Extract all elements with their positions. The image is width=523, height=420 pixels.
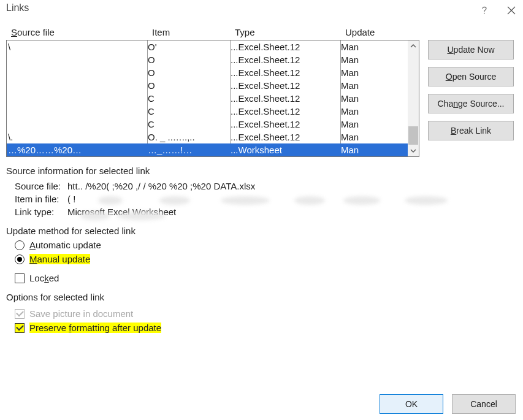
cell-item: C	[148, 118, 231, 131]
update-now-button[interactable]: Update Now	[428, 40, 514, 59]
cell-update: Man	[341, 105, 390, 118]
label-item-in-file: Item in file:	[6, 194, 67, 204]
section-method: Update method for selected link	[6, 226, 517, 236]
radio-automatic[interactable]	[15, 240, 25, 250]
svg-point-0	[484, 13, 485, 14]
cell-item: …_……!…	[148, 143, 231, 156]
scroll-down-icon[interactable]	[408, 145, 419, 156]
close-icon[interactable]	[505, 4, 518, 17]
change-source-button[interactable]: Change Source...	[428, 94, 514, 113]
table-row[interactable]: O...Excel.Sheet.12Man	[7, 66, 408, 79]
cell-item: C	[148, 105, 231, 118]
list-header: Source file Item Type Update	[6, 23, 517, 40]
table-row[interactable]: \O'...Excel.Sheet.12Man	[7, 40, 408, 53]
label-locked[interactable]: Locked	[29, 273, 59, 283]
cell-type: ...Excel.Sheet.12	[231, 118, 341, 131]
cell-source	[7, 105, 148, 118]
cell-source: \.	[7, 131, 148, 143]
cell-source: …%20……%20…	[7, 143, 148, 156]
help-icon[interactable]	[478, 4, 491, 17]
cell-source	[7, 79, 148, 92]
section-info: Source information for selected link	[6, 166, 517, 176]
table-row[interactable]: C...Excel.Sheet.12Man	[7, 118, 408, 131]
cell-update: Man	[341, 66, 390, 79]
cell-type: ...Excel.Sheet.12	[231, 92, 341, 105]
cell-source	[7, 66, 148, 79]
cell-update: Man	[341, 40, 390, 53]
cell-update: Man	[341, 53, 390, 66]
cell-source: \	[7, 40, 148, 53]
col-update[interactable]: Update	[345, 27, 394, 37]
label-source-file: Source file:	[6, 181, 67, 191]
open-source-button[interactable]: Open Source	[428, 67, 514, 86]
cell-source	[7, 92, 148, 105]
cell-type: ...Excel.Sheet.12	[231, 40, 341, 53]
cell-update: Man	[341, 92, 390, 105]
checkbox-save-picture	[15, 309, 25, 319]
cell-update: Man	[341, 131, 390, 143]
table-row[interactable]: \.O. _ ..…..,.....Excel.Sheet.12Man	[7, 131, 408, 143]
label-link-type: Link type:	[6, 207, 67, 217]
cell-type: ...Excel.Sheet.12	[231, 53, 341, 66]
table-row[interactable]: …%20……%20……_……!…...WorksheetMan	[7, 143, 408, 156]
label-manual[interactable]: Manual update	[29, 254, 90, 264]
scroll-up-icon[interactable]	[408, 40, 419, 52]
label-preserve-formatting[interactable]: Preserve formatting after update	[29, 323, 161, 333]
break-link-button[interactable]: Break Link	[428, 121, 514, 140]
checkbox-preserve-formatting[interactable]	[15, 323, 25, 333]
cell-item: O	[148, 79, 231, 92]
cell-item: C	[148, 92, 231, 105]
list-scrollbar[interactable]	[408, 40, 419, 156]
cell-update: Man	[341, 143, 390, 156]
value-source-file: htt.. /%20( ;%20 ,/ / %20 %20 ;%20 DATA.…	[67, 181, 517, 191]
cell-update: Man	[341, 118, 390, 131]
table-row[interactable]: C...Excel.Sheet.12Man	[7, 92, 408, 105]
cell-type: ...Excel.Sheet.12	[231, 66, 341, 79]
cancel-button[interactable]: Cancel	[452, 394, 516, 414]
section-options: Options for selected link	[6, 292, 517, 302]
dialog-title: Links	[6, 2, 29, 13]
table-row[interactable]: O...Excel.Sheet.12Man	[7, 53, 408, 66]
cell-source	[7, 118, 148, 131]
ok-button[interactable]: OK	[380, 394, 443, 414]
label-save-picture: Save picture in document	[29, 308, 133, 319]
scroll-thumb[interactable]	[408, 126, 418, 145]
cell-source	[7, 53, 148, 66]
cell-type: ...Excel.Sheet.12	[231, 79, 341, 92]
radio-manual[interactable]	[15, 254, 25, 264]
cell-item: O'	[148, 40, 231, 53]
links-listbox[interactable]: \O'...Excel.Sheet.12ManO...Excel.Sheet.1…	[6, 40, 419, 157]
value-item-in-file: ( !	[67, 194, 517, 204]
cell-type: ...Excel.Sheet.12	[231, 105, 341, 118]
cell-type: ...Worksheet	[231, 143, 341, 156]
label-automatic[interactable]: Automatic update	[29, 240, 101, 250]
col-type[interactable]: Type	[235, 27, 345, 37]
cell-update: Man	[341, 79, 390, 92]
cell-item: O	[148, 66, 231, 79]
table-row[interactable]: O...Excel.Sheet.12Man	[7, 79, 408, 92]
cell-item: O	[148, 53, 231, 66]
table-row[interactable]: C...Excel.Sheet.12Man	[7, 105, 408, 118]
checkbox-locked[interactable]	[15, 273, 25, 283]
col-item[interactable]: Item	[152, 27, 235, 37]
cell-item: O. _ ..…..,..	[148, 131, 231, 143]
cell-type: ...Excel.Sheet.12	[231, 131, 341, 143]
col-source[interactable]: Source file	[11, 27, 152, 37]
